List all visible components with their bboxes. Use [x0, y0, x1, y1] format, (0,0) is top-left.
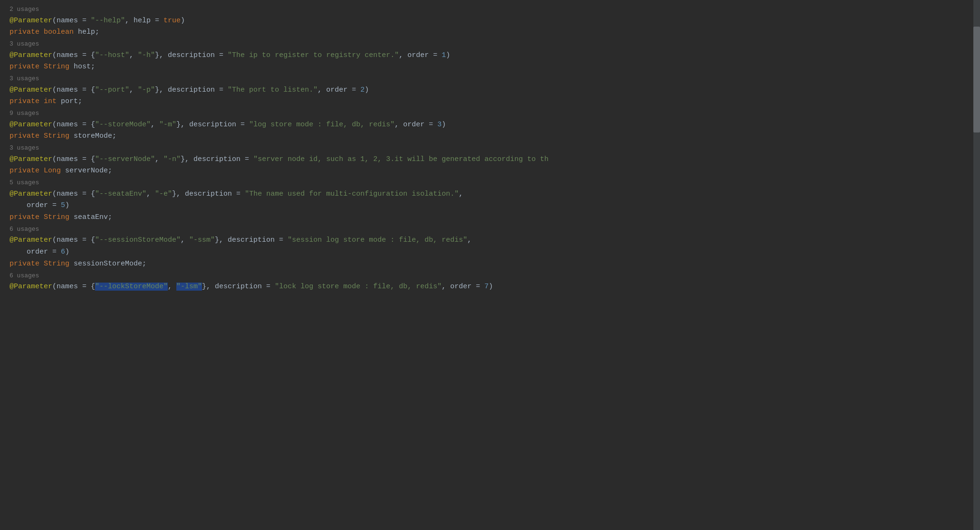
code-token: @Parameter [10, 190, 52, 198]
code-token: ) [65, 201, 69, 209]
code-token: (names = { [52, 155, 95, 163]
code-token: "The port to listen." [228, 86, 317, 94]
code-token: "-h" [138, 51, 155, 59]
code-token: host; [74, 63, 95, 71]
code-line: order = 6) [0, 246, 980, 258]
code-line: @Parameter(names = "--help", help = true… [0, 15, 980, 27]
code-token: "--storeMode" [95, 121, 151, 129]
code-token: , [129, 86, 138, 94]
code-token: 3 [437, 121, 442, 129]
code-token: 7 [484, 283, 489, 291]
code-token: order = [10, 201, 61, 209]
code-token: "--seataEnv" [95, 190, 146, 198]
code-token: }, description = [181, 155, 253, 163]
code-token: "-e" [155, 190, 172, 198]
code-line: @Parameter(names = {"--storeMode", "-m"}… [0, 119, 980, 131]
code-token: , order = [317, 86, 360, 94]
code-token: }, description = [215, 236, 288, 244]
code-token: , help = [125, 17, 163, 25]
code-token: "The ip to register to registry center." [228, 51, 399, 59]
code-token: serverNode; [65, 167, 112, 175]
code-content: 2 usages@Parameter(names = "--help", hel… [0, 4, 980, 293]
code-token: 6 [61, 248, 65, 256]
code-token: }, description = [176, 121, 249, 129]
code-token: 1 [442, 51, 446, 59]
code-token: "server node id, such as 1, 2, 3.it will… [253, 155, 548, 163]
code-token: , [155, 155, 163, 163]
code-token: @Parameter [10, 17, 52, 25]
code-token: 2 [360, 86, 365, 94]
code-token: order = [10, 248, 61, 256]
code-token: private [10, 28, 39, 36]
usages-label: 2 usages [0, 4, 980, 15]
code-token: "-lsm" [176, 283, 202, 291]
usages-label: 5 usages [0, 177, 980, 189]
code-line: private String sessionStoreMode; [0, 258, 980, 270]
code-token: @Parameter [10, 86, 52, 94]
code-token: (names = { [52, 283, 95, 291]
code-token: (names = { [52, 121, 95, 129]
code-token: , order = [394, 121, 437, 129]
code-token: private [10, 167, 39, 175]
code-token: , order = [442, 283, 484, 291]
code-token: , order = [399, 51, 442, 59]
code-token: 5 [61, 201, 65, 209]
code-token: "-p" [138, 86, 155, 94]
code-token: true [163, 17, 181, 25]
code-line: @Parameter(names = {"--host", "-h"}, des… [0, 50, 980, 62]
code-token: @Parameter [10, 121, 52, 129]
code-line: @Parameter(names = {"--lockStoreMode", "… [0, 281, 980, 293]
code-token: private [10, 63, 39, 71]
code-token: (names = { [52, 236, 95, 244]
code-token: int [39, 97, 61, 105]
code-token: "--port" [95, 86, 129, 94]
code-token: (names = [52, 17, 91, 25]
code-token: ) [446, 51, 450, 59]
code-token: @Parameter [10, 283, 52, 291]
code-token: @Parameter [10, 236, 52, 244]
code-token: "--help" [91, 17, 125, 25]
code-token: private [10, 260, 39, 268]
code-token: String [39, 213, 74, 221]
code-line: private String seataEnv; [0, 212, 980, 224]
code-line: @Parameter(names = {"--sessionStoreMode"… [0, 235, 980, 246]
code-line: @Parameter(names = {"--serverNode", "-n"… [0, 154, 980, 166]
code-token: "log store mode : file, db, redis" [249, 121, 394, 129]
code-token: port; [61, 97, 82, 105]
code-token: , [467, 236, 471, 244]
code-token: ) [442, 121, 446, 129]
code-token: help; [78, 28, 99, 36]
code-token: String [39, 63, 74, 71]
code-token: "-m" [159, 121, 176, 129]
usages-label: 6 usages [0, 270, 980, 282]
code-token: (names = { [52, 51, 95, 59]
code-token: }, description = [172, 190, 245, 198]
code-line: private String storeMode; [0, 131, 980, 142]
usages-label: 9 usages [0, 108, 980, 119]
code-editor: 2 usages@Parameter(names = "--help", hel… [0, 0, 980, 530]
code-line: private int port; [0, 96, 980, 108]
code-line: order = 5) [0, 200, 980, 212]
code-token: @Parameter [10, 51, 52, 59]
code-token: @Parameter [10, 155, 52, 163]
code-token: "-ssm" [189, 236, 215, 244]
code-line: @Parameter(names = {"--port", "-p"}, des… [0, 85, 980, 96]
code-token: seataEnv; [74, 213, 112, 221]
code-token: , [168, 283, 176, 291]
scrollbar-thumb[interactable] [973, 27, 980, 132]
scrollbar[interactable] [973, 0, 980, 530]
code-token: "lock log store mode : file, db, redis" [275, 283, 442, 291]
code-token: }, description = [155, 86, 228, 94]
code-token: ) [365, 86, 369, 94]
code-token: private [10, 97, 39, 105]
code-token: (names = { [52, 190, 95, 198]
code-line: @Parameter(names = {"--seataEnv", "-e"},… [0, 189, 980, 200]
code-token: ) [65, 248, 69, 256]
code-line: private Long serverNode; [0, 165, 980, 177]
code-token: , [181, 236, 189, 244]
code-token: "--host" [95, 51, 129, 59]
code-token: ) [489, 283, 493, 291]
code-token: }, description = [155, 51, 228, 59]
code-token: , [151, 121, 159, 129]
usages-label: 3 usages [0, 38, 980, 50]
